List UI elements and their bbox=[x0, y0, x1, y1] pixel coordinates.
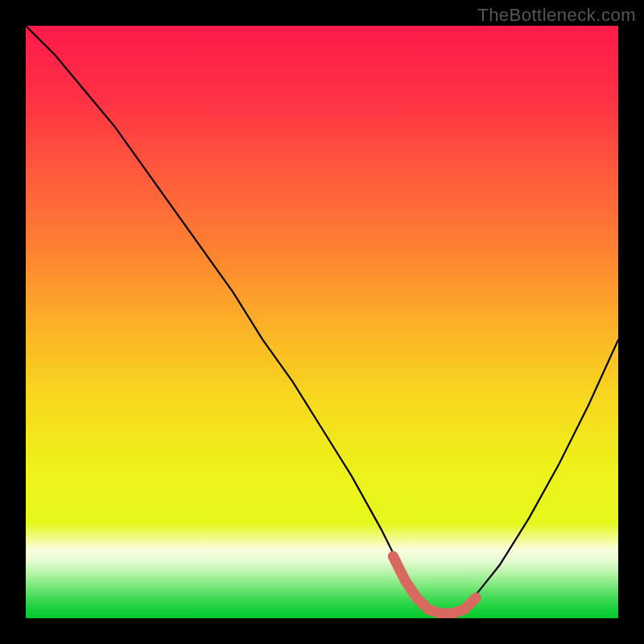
watermark-text: TheBottleneck.com bbox=[477, 5, 636, 26]
gradient-background bbox=[26, 26, 618, 618]
bottleneck-chart bbox=[26, 26, 618, 618]
chart-frame bbox=[26, 26, 618, 618]
